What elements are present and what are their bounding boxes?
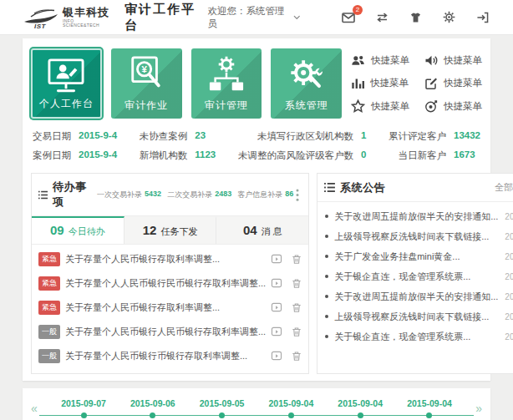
quick-menu-label: 快捷菜单 [444,54,482,67]
tile-audit-operation[interactable]: ¥ 审计作业 [111,48,182,119]
announcement-date: 2015/08/20 [505,252,513,261]
list-icon [324,183,335,192]
stats-row: 交易日期 2015-9-4 案例日期 2015-9-4 未协查案例 23 新增机… [33,130,480,162]
quick-menu-edit[interactable]: 快捷菜单 [424,77,482,89]
stat-value: 2015-9-4 [79,149,117,162]
announcement-item[interactable]: 关于银企直连，现金管理系统票... 2015/08/20 [325,326,513,347]
stat-value: 1123 [195,149,216,162]
welcome-text: 欢迎您：系统管理员 [207,5,289,30]
quick-menu-users[interactable]: 快捷菜单 [351,54,409,67]
tile-system-management[interactable]: 系统管理 [271,48,342,119]
all-link[interactable]: 全部 [495,181,513,194]
announcement-date: 2015/08/20 [505,272,513,281]
timeline-date: 2015-09-04 [395,397,464,409]
announcement-item[interactable]: 关于改进周五提前放假半天的安排通知... 2015/08/20 [325,206,513,226]
todo-item: 紧急 关于存量个人民币银行存取利率调整... [38,247,302,271]
svg-text:¥: ¥ [142,64,148,74]
user-menu[interactable]: 欢迎您：系统管理员 [207,5,301,30]
swap-arrows-icon [376,12,389,23]
priority-badge: 一般 [38,349,60,363]
quick-menu-reports[interactable]: 快捷菜单 [351,77,409,89]
announcements-all: 全部 214 [495,181,513,194]
todo-tab[interactable]: 12任务下发 [124,216,217,244]
delete-button[interactable] [292,254,302,265]
mail-badge: 2 [353,5,363,15]
stat-label: 累计评定客户 [389,130,446,143]
counter-first-supplement: 一次交易补录 5432 [97,190,161,200]
announcement-item[interactable]: 关于广发金业务挂盘mini黄金... 2015/08/20 [325,246,513,266]
switch-button[interactable] [374,10,390,25]
quick-menu-favorites[interactable]: 快捷菜单 [351,99,409,113]
gear-icon [443,11,455,23]
star-icon [351,99,365,113]
quick-menu-announce[interactable]: 快捷菜单 [424,54,482,67]
tab-label: 任务下发 [160,226,197,236]
forward-button[interactable] [271,326,282,337]
delete-button[interactable] [292,302,302,313]
announcements-panel: 系统公告 全部 214 关于改进周五提前放假半天的安排通知... 2015/08… [317,173,513,374]
forward-button[interactable] [271,278,282,289]
quick-menu-label: 快捷菜单 [444,77,482,89]
priority-badge: 紧急 [38,252,60,266]
brand-subtitle: INFO SCIENCE&TECH [63,19,111,28]
timeline-wrap: 2015-09-07 关于存量个人民币银行存取调整办理。 2015-09-06 … [49,397,464,420]
tile-audit-management[interactable]: 审计管理 [191,48,262,119]
announcement-item[interactable]: 上级领导视察反洗钱时间表下载链接... 2015/08/20 [325,226,513,246]
timeline-prev-button[interactable]: « [28,400,41,417]
announcement-item[interactable]: 关于银企直连，现金管理系统票... 2015/08/20 [325,266,513,286]
forward-icon [271,326,282,337]
announcement-date: 2015/08/20 [505,292,513,301]
forward-button[interactable] [271,254,282,265]
announcement-date: 2015/08/20 [505,312,513,321]
stat-group-dates: 交易日期 2015-9-4 案例日期 2015-9-4 [33,130,117,162]
ellipsis-v-icon [296,189,299,201]
todo-item: 一般 关于存量个人民币银行币银行存取利率调整... [38,344,302,368]
stat-label: 未协查案例 [140,130,188,143]
logout-button[interactable] [475,10,490,25]
tile-label: 系统管理 [271,99,342,113]
brand-name: 银丰科技 [63,7,111,18]
timeline-date: 2015-09-05 [188,397,256,409]
audit-magnifier-yuan-icon: ¥ [111,56,182,93]
forward-button[interactable] [271,302,282,313]
announcement-title: 上级领导视察反洗钱时间表下载链接... [334,311,498,323]
trash-icon [292,302,302,313]
delete-button[interactable] [292,278,302,289]
quick-menu-label: 快捷菜单 [370,77,409,89]
todo-item-title[interactable]: 关于存量个人民币银行人民币银行存取利率调整... [65,326,266,338]
stat-group-pending: 未填写行政区划机构数 1 未调整的高风险评级客户数 0 [238,130,366,162]
tile-label: 审计作业 [111,99,182,113]
tile-label: 个人工作台 [33,97,100,111]
todo-tab[interactable]: 04消 息 [216,216,308,244]
announcements-list: 关于改进周五提前放假半天的安排通知... 2015/08/20 上级领导视察反洗… [317,202,513,352]
todo-item-title[interactable]: 关于存量个人民币银行存取利率调整... [65,253,266,266]
settings-button[interactable] [441,9,457,25]
theme-button[interactable] [408,10,424,25]
announcement-title: 关于银企直连，现金管理系统票... [334,271,498,283]
todo-more-button[interactable] [293,187,302,203]
stat-label: 未填写行政区划机构数 [238,130,353,143]
announcement-item[interactable]: 上级领导视察反洗钱时间表下载链接... 2015/08/20 [325,306,513,326]
messages-button[interactable]: 2 [340,10,357,25]
todo-item-title[interactable]: 关于存量个人民币银行币银行存取利率调整... [65,350,266,362]
delete-button[interactable] [292,326,302,337]
forward-button[interactable] [271,351,282,362]
workbench-monitor-user-icon [33,58,100,94]
stat-label: 案例日期 [33,149,71,162]
tile-personal-workbench[interactable]: 个人工作台 [31,48,102,119]
delete-button[interactable] [292,351,302,362]
timeline-entry: 2015-09-04 关于存量个人民币银行存取调整办理。 [395,397,464,420]
todo-item-title[interactable]: 关于存量个人民币银行存取利率调整... [65,301,266,314]
announcement-date: 2015/08/20 [505,332,513,342]
counter-label: 客户信息补录 [237,190,282,200]
target-icon [424,100,438,113]
quick-menu-target[interactable]: 快捷菜单 [424,99,482,113]
todo-item-title[interactable]: 关于存量个人人民币银行民币银行存取利率调整... [65,277,266,290]
counter-second-supplement: 二次交易补录 2483 [167,190,231,200]
todo-tabs: 09今日待办 12任务下发 04消 息 [32,216,308,245]
todo-tab[interactable]: 09今日待办 [32,216,124,244]
logout-icon [476,12,489,23]
timeline-next-button[interactable]: » [472,400,485,417]
todo-panel-header: 待办事项 一次交易补录 5432 二次交易补录 2483 客户信息补录 86 [32,174,308,216]
announcement-item[interactable]: 关于改进周五提前放假半天的安排通知... 2015/08/20 [325,286,513,306]
